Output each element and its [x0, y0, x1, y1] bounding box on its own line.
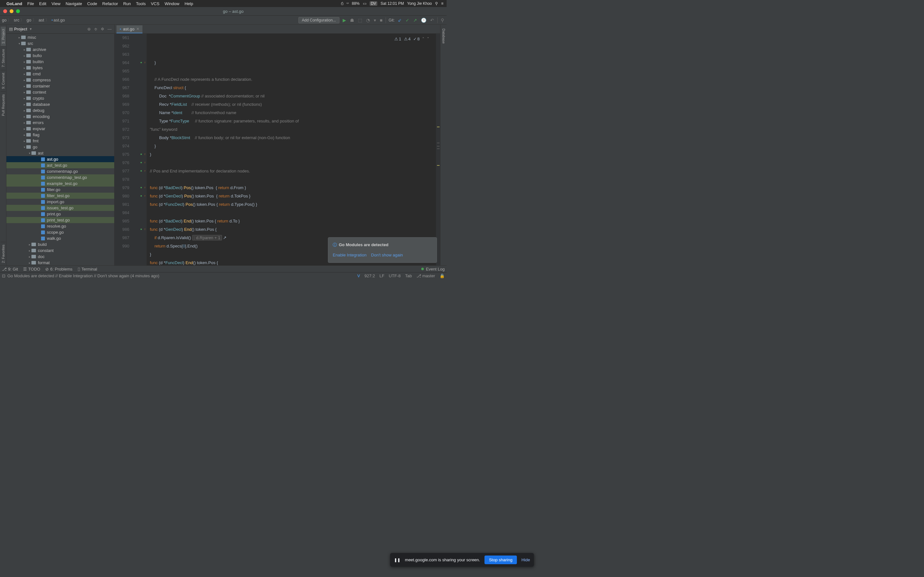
tree-item-go[interactable]: ▾go [6, 144, 114, 150]
git-commit-icon[interactable]: ✓ [405, 18, 410, 23]
tree-item-archive[interactable]: ▸archive [6, 47, 114, 53]
close-tab-icon[interactable]: ✕ [136, 27, 139, 31]
tree-item-errors[interactable]: ▸errors [6, 119, 114, 126]
tree-item-expvar[interactable]: ▸expvar [6, 126, 114, 132]
tree-item-doc[interactable]: ▸doc [6, 253, 114, 259]
tree-item-debug[interactable]: ▸debug [6, 107, 114, 113]
tool-pull-requests-tab[interactable]: Pull Requests [1, 91, 6, 119]
project-view-dropdown-icon[interactable]: ▼ [29, 27, 32, 31]
tree-item-format[interactable]: ▸format [6, 259, 114, 266]
git-rollback-icon[interactable]: ↶ [430, 18, 435, 23]
devonthink-icon[interactable]: ⎙ [341, 1, 343, 6]
tree-item-misc[interactable]: ▸misc [6, 34, 114, 40]
minimize-window-icon[interactable] [10, 9, 13, 13]
clock[interactable]: Sat 12:01 PM [381, 1, 404, 6]
file-encoding[interactable]: UTF-8 [389, 274, 401, 278]
menu-run[interactable]: Run [123, 1, 131, 6]
menu-code[interactable]: Code [87, 1, 97, 6]
tool-favorites-tab[interactable]: 2: Favorites [1, 242, 6, 266]
error-stripe[interactable] [436, 34, 440, 266]
tree-item-import-go[interactable]: import.go [6, 199, 114, 205]
stop-icon[interactable]: ■ [379, 18, 383, 23]
menu-help[interactable]: Help [184, 1, 193, 6]
tree-item-crypto[interactable]: ▸crypto [6, 95, 114, 101]
control-center-icon[interactable]: ≡ [441, 1, 443, 6]
tree-item-filter_test-go[interactable]: filter_test.go [6, 193, 114, 199]
tree-item-encoding[interactable]: ▸encoding [6, 113, 114, 119]
tree-item-print_test-go[interactable]: print_test.go [6, 217, 114, 223]
chevron-up-icon[interactable]: ˄ [422, 35, 425, 43]
inspection-summary[interactable]: ⚠1 ⚠4 ✓8 ˄ ˅ [394, 35, 429, 43]
menu-window[interactable]: Window [165, 1, 179, 6]
fullscreen-window-icon[interactable] [16, 9, 20, 13]
tool-database-tab[interactable]: Database [441, 26, 446, 46]
close-window-icon[interactable] [3, 9, 7, 13]
gutter[interactable]: 961962963964●965966967968969970971972973… [115, 34, 147, 266]
git-pull-icon[interactable]: ⇙ [397, 18, 402, 23]
tree-item-cmd[interactable]: ▸cmd [6, 71, 114, 77]
tree-item-ast-go[interactable]: ast.go [6, 156, 114, 162]
tool-project-tab[interactable]: 1: Project [1, 26, 6, 46]
project-tree[interactable]: ▸misc▾src▸archive▸bufio▸builtin▸bytes▸cm… [6, 34, 114, 266]
indent-mode[interactable]: Tab [405, 274, 412, 278]
add-configuration-button[interactable]: Add Configuration... [298, 17, 339, 23]
code-content[interactable]: ⚠1 ⚠4 ✓8 ˄ ˅ } // A FuncDecl node repres… [147, 34, 436, 266]
git-push-icon[interactable]: ↗ [413, 18, 418, 23]
enable-integration-link[interactable]: Enable Integration [333, 251, 367, 259]
tree-item-ast_test-go[interactable]: ast_test.go [6, 162, 114, 168]
tree-item-commentmap_test-go[interactable]: commentmap_test.go [6, 174, 114, 181]
tree-item-build[interactable]: ▸build [6, 242, 114, 247]
dont-show-again-link[interactable]: Don't show again [371, 251, 403, 259]
menu-vcs[interactable]: VCS [151, 1, 160, 6]
tree-item-resolve-go[interactable]: resolve.go [6, 223, 114, 229]
tree-item-scope-go[interactable]: scope.go [6, 229, 114, 235]
tree-item-bytes[interactable]: ▸bytes [6, 65, 114, 71]
tool-problems-tab[interactable]: ⊘6: Problems [45, 267, 72, 271]
username[interactable]: Yong Jie Khoo [407, 1, 432, 6]
tool-structure-tab[interactable]: 7: Structure [1, 46, 6, 70]
tree-item-issues_test-go[interactable]: issues_test.go [6, 205, 114, 211]
lock-icon[interactable]: 🔒 [439, 274, 445, 278]
go-vendor-icon[interactable]: V [357, 274, 360, 278]
caret-position[interactable]: 927:2 [365, 274, 375, 278]
tree-item-filter-go[interactable]: filter.go [6, 187, 114, 193]
tree-item-container[interactable]: ▸container [6, 83, 114, 89]
line-separator[interactable]: LF [380, 274, 384, 278]
git-branch[interactable]: ⎇ master [417, 274, 435, 278]
menu-file[interactable]: File [27, 1, 34, 6]
app-name[interactable]: GoLand [6, 1, 22, 6]
tool-event-log-tab[interactable]: Event Log [426, 267, 445, 271]
debug-icon[interactable]: ☗ [349, 18, 355, 23]
search-everywhere-icon[interactable]: ⚲ [440, 18, 445, 23]
project-toggle-icon[interactable]: ▤ [9, 27, 13, 31]
user-badge[interactable]: DV [370, 1, 378, 6]
tool-todo-tab[interactable]: ☰TODO [23, 267, 40, 271]
menu-view[interactable]: View [51, 1, 60, 6]
breadcrumb[interactable]: go〉 src〉 go〉 ast〉 ▪ast.go [2, 17, 65, 23]
tree-item-builtin[interactable]: ▸builtin [6, 59, 114, 65]
dropdown-icon[interactable]: ▾ [373, 18, 376, 23]
tree-item-bufio[interactable]: ▸bufio [6, 53, 114, 59]
run-icon[interactable]: ▶ [342, 18, 347, 23]
tree-item-compress[interactable]: ▸compress [6, 77, 114, 83]
spotlight-icon[interactable]: ⚲ [435, 1, 438, 6]
chevron-down-icon[interactable]: ˅ [427, 35, 429, 43]
tree-item-ast[interactable]: ▾ast [6, 150, 114, 156]
hide-icon[interactable]: — [107, 27, 111, 31]
menu-navigate[interactable]: Navigate [65, 1, 82, 6]
tree-item-constant[interactable]: ▸constant [6, 247, 114, 253]
project-title[interactable]: Project [14, 27, 27, 31]
coverage-icon[interactable]: ⬚ [357, 18, 363, 23]
tree-item-fmt[interactable]: ▸fmt [6, 138, 114, 144]
editor-body[interactable]: 961962963964●965966967968969970971972973… [115, 34, 440, 266]
tool-commit-tab[interactable]: 9: Commit [1, 70, 6, 91]
tool-git-tab[interactable]: ⎇9: Git [2, 267, 18, 271]
locate-icon[interactable]: ⊕ [87, 27, 91, 31]
tree-item-walk-go[interactable]: walk.go [6, 235, 114, 242]
git-history-icon[interactable]: 🕑 [420, 18, 427, 23]
menu-refactor[interactable]: Refactor [102, 1, 118, 6]
settings-icon[interactable]: ✲ [101, 27, 104, 31]
editor-tab-astgo[interactable]: ▪ ast.go ✕ [116, 25, 142, 33]
menu-tools[interactable]: Tools [136, 1, 145, 6]
menu-edit[interactable]: Edit [39, 1, 46, 6]
